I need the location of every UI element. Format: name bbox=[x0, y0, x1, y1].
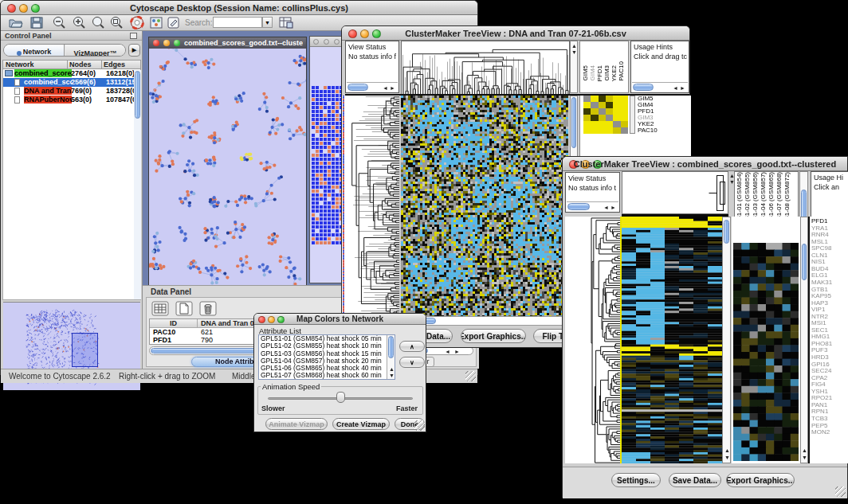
tv1-matrix-cell[interactable] bbox=[583, 102, 591, 108]
tv1-matrix-cell[interactable] bbox=[613, 115, 620, 121]
tv1-hints-scrollbar[interactable]: ◄► bbox=[632, 82, 688, 92]
tv1-button-export-graphics-[interactable]: Export Graphics... bbox=[461, 329, 526, 343]
table-icon[interactable] bbox=[151, 301, 169, 316]
animate-vizmap-button[interactable]: Animate Vizmap bbox=[265, 418, 328, 430]
open-folder-icon[interactable] bbox=[9, 17, 23, 29]
tv1-matrix-cell[interactable] bbox=[606, 102, 613, 108]
tv1-matrix-cell[interactable] bbox=[591, 121, 598, 127]
tv1-matrix-cell[interactable] bbox=[599, 127, 606, 134]
tv2-titlebar[interactable]: ClusterMaker TreeView : combined_scores_… bbox=[563, 157, 847, 171]
attribute-list-item[interactable]: GPL51-03 (GSM856) heat shock 15 min bbox=[259, 350, 395, 357]
tv1-matrix-cell[interactable] bbox=[599, 96, 606, 102]
tv1-matrix-cell[interactable] bbox=[613, 102, 620, 108]
zoom-fit-icon[interactable] bbox=[91, 16, 105, 29]
inner-close-icon[interactable] bbox=[153, 40, 159, 46]
zoom-in-icon[interactable] bbox=[72, 16, 86, 29]
tv1-top-scrollbar[interactable]: ▲▼ bbox=[570, 41, 578, 93]
tv1-matrix-cell[interactable] bbox=[583, 115, 591, 121]
tv1-matrix-cell[interactable] bbox=[606, 127, 613, 134]
tv1-matrix-cell[interactable] bbox=[621, 115, 628, 121]
col-edges[interactable]: Edges bbox=[102, 60, 141, 69]
zoom-out-icon[interactable] bbox=[52, 16, 66, 29]
tv1-matrix-cell[interactable] bbox=[613, 96, 620, 102]
tv1-gene-dendrogram[interactable] bbox=[345, 96, 399, 316]
network-list-row[interactable]: RNAPuberNov2+l563(0)107847(0) bbox=[3, 96, 140, 104]
inactive-close-icon[interactable] bbox=[313, 39, 319, 45]
tv2-status-scrollbar[interactable]: ◄► bbox=[567, 201, 618, 211]
tv1-matrix-cell[interactable] bbox=[613, 127, 620, 134]
attribute-list-item[interactable]: GPL51-07 (GSM868) heat shock 60 min bbox=[259, 372, 395, 379]
tv1-matrix-cell[interactable] bbox=[583, 108, 591, 115]
tv2-main-vscrollbar[interactable]: ▲▼ bbox=[722, 217, 731, 463]
resize-grip[interactable] bbox=[465, 371, 476, 381]
tab-overflow-button[interactable]: ▶ bbox=[128, 44, 140, 57]
dialog-titlebar[interactable]: Map Colors to Network bbox=[254, 314, 426, 325]
attribute-list-item[interactable]: GPL51-06 (GSM865) heat shock 40 min bbox=[259, 365, 395, 372]
col-network[interactable]: Network bbox=[2, 60, 68, 69]
tv1-status-scrollbar[interactable]: ◄► bbox=[347, 82, 398, 92]
move-down-button[interactable]: ∨ bbox=[399, 357, 425, 368]
tv1-matrix-cell[interactable] bbox=[591, 102, 598, 108]
tv1-matrix-cell[interactable] bbox=[606, 108, 613, 115]
tv2-gene-dendrogram[interactable] bbox=[565, 217, 620, 463]
tv2-button-settings-[interactable]: Settings... bbox=[611, 473, 661, 487]
tv1-correlation-matrix[interactable] bbox=[583, 96, 628, 134]
tv1-matrix-cell[interactable] bbox=[621, 127, 628, 134]
tv1-matrix-cell[interactable] bbox=[583, 121, 591, 127]
tv1-heatmap[interactable] bbox=[401, 96, 568, 316]
speed-slider-thumb[interactable] bbox=[336, 392, 345, 403]
tv1-matrix-scrollbar[interactable] bbox=[630, 96, 635, 134]
attribute-list-item[interactable]: GPL51-02 (GSM855) heat shock 10 min bbox=[259, 342, 395, 350]
tab-network[interactable]: Network bbox=[4, 45, 65, 56]
matrix-view-titlebar[interactable] bbox=[310, 37, 345, 47]
inner-minimize-icon[interactable] bbox=[163, 40, 170, 46]
new-document-icon[interactable] bbox=[175, 301, 193, 316]
attribute-list-item[interactable]: GPL51-04 (GSM857) heat shock 20 min bbox=[259, 357, 395, 365]
network-list-row[interactable]: combined_sco2569(6)13112(15) bbox=[3, 78, 140, 87]
col-nodes[interactable]: Nodes bbox=[68, 60, 102, 69]
help-lifebuoy-icon[interactable] bbox=[130, 16, 144, 29]
tv1-matrix-cell[interactable] bbox=[613, 108, 620, 115]
tv1-matrix-cell[interactable] bbox=[583, 96, 591, 102]
tv1-matrix-cell[interactable] bbox=[621, 96, 628, 102]
tv1-matrix-cell[interactable] bbox=[583, 127, 591, 134]
inactive-zoom-icon[interactable] bbox=[334, 39, 340, 45]
save-icon[interactable] bbox=[30, 17, 43, 29]
network-list-row[interactable]: combined_scores2764(0)16218(0) bbox=[3, 69, 140, 78]
vizmapper-icon[interactable] bbox=[150, 17, 163, 29]
tv2-right-vscrollbar[interactable]: ▲▼ bbox=[800, 217, 808, 463]
tv1-matrix-cell[interactable] bbox=[606, 115, 613, 121]
tv1-matrix-cell[interactable] bbox=[606, 121, 613, 127]
attribute-list-item[interactable]: GPL51-01 (GSM854) heat shock 05 min bbox=[259, 335, 395, 342]
search-dropdown[interactable]: ▼ bbox=[262, 17, 273, 28]
tv1-titlebar[interactable]: ClusterMaker TreeView : DNA and Tran 07-… bbox=[342, 26, 689, 41]
create-vizmap-button[interactable]: Create Vizmap bbox=[332, 418, 390, 430]
zoom-selected-icon[interactable] bbox=[109, 16, 124, 29]
tv1-matrix-cell[interactable] bbox=[613, 121, 620, 127]
tab-vizmapper[interactable]: VizMapper™ bbox=[65, 45, 125, 56]
search-input[interactable] bbox=[213, 17, 262, 28]
adjacency-grid-view[interactable] bbox=[311, 85, 344, 246]
inner-zoom-icon[interactable] bbox=[174, 40, 180, 46]
tv1-matrix-cell[interactable] bbox=[599, 108, 606, 115]
network-view-titlebar[interactable]: combined_scores_good.txt--cluste... bbox=[149, 37, 306, 49]
tv1-matrix-cell[interactable] bbox=[599, 115, 606, 121]
tv1-matrix-cell[interactable] bbox=[599, 121, 606, 127]
tv1-matrix-cell[interactable] bbox=[591, 115, 598, 121]
tv1-matrix-cell[interactable] bbox=[621, 102, 628, 108]
tv1-matrix-cell[interactable] bbox=[591, 108, 598, 115]
network-view-window[interactable]: combined_scores_good.txt--cluste... bbox=[148, 37, 307, 290]
tv1-matrix-cell[interactable] bbox=[599, 102, 606, 108]
dialog-resize-grip[interactable] bbox=[414, 420, 425, 431]
tv1-matrix-cell[interactable] bbox=[606, 96, 613, 102]
float-panel-icon[interactable] bbox=[130, 33, 137, 39]
attribute-list-scrollbar[interactable]: ▲▼ bbox=[387, 335, 395, 379]
id-column-header[interactable]: ID bbox=[150, 319, 198, 328]
network-list-row[interactable]: DNA and Tran 07769(0)183728(0) bbox=[3, 87, 140, 96]
tv2-resize-grip[interactable] bbox=[835, 486, 846, 497]
main-titlebar[interactable]: Cytoscape Desktop (Session Name: collins… bbox=[1, 1, 477, 15]
trash-icon[interactable] bbox=[199, 301, 217, 316]
tv2-right-heatmap[interactable] bbox=[733, 243, 799, 461]
tv1-matrix-cell[interactable] bbox=[591, 96, 598, 102]
tv2-button-save-data-[interactable]: Save Data... bbox=[669, 473, 721, 487]
